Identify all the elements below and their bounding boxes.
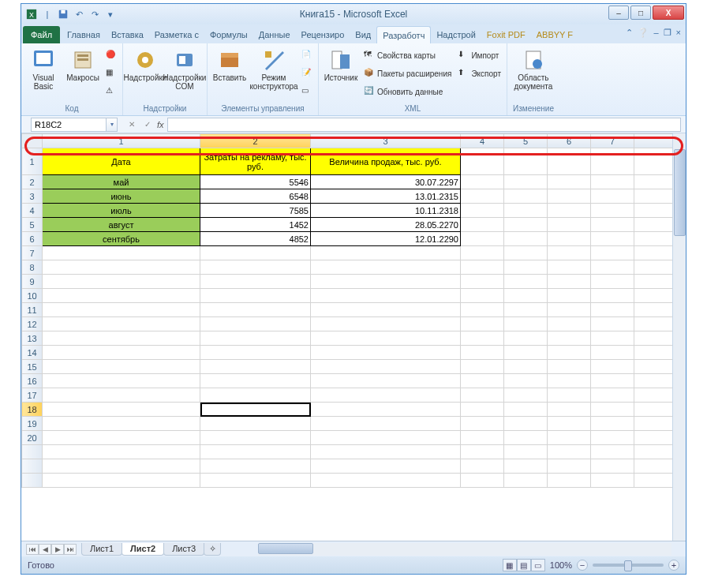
name-box-dropdown[interactable]: ▾ — [107, 118, 118, 132]
import-button[interactable]: ⬇Импорт — [455, 47, 503, 64]
row-header[interactable]: 13 — [22, 331, 43, 346]
cell[interactable]: 30.07.2297 — [311, 175, 461, 189]
minimize-button[interactable]: – — [608, 6, 629, 20]
tab-layout[interactable]: Разметка с — [149, 26, 204, 43]
cell[interactable]: сентябрь — [43, 232, 200, 246]
tab-view[interactable]: Вид — [350, 26, 376, 43]
sheet-prev-icon[interactable]: ◀ — [39, 544, 51, 555]
col-header-4[interactable]: 4 — [461, 134, 504, 148]
child-restore-icon[interactable]: ❐ — [664, 28, 671, 38]
xml-source-button[interactable]: Источник — [322, 45, 360, 82]
undo-icon[interactable]: ↶ — [72, 7, 86, 21]
row-header[interactable]: 5 — [22, 218, 43, 232]
row-header[interactable]: 3 — [22, 189, 43, 204]
sheet-tab-1[interactable]: Лист1 — [81, 543, 122, 556]
zoom-level[interactable]: 100% — [550, 560, 572, 570]
new-sheet-button[interactable]: ✧ — [204, 543, 221, 556]
active-cell[interactable] — [200, 403, 311, 417]
sheet-first-icon[interactable]: ⏮ — [26, 544, 39, 555]
sheet-next-icon[interactable]: ▶ — [51, 544, 64, 555]
redo-icon[interactable]: ↷ — [88, 7, 102, 21]
horizontal-scrollbar[interactable] — [258, 543, 671, 556]
cell[interactable]: 12.01.2290 — [311, 232, 461, 246]
cell[interactable]: 7585 — [200, 204, 311, 218]
tab-data[interactable]: Данные — [253, 26, 296, 43]
row-header[interactable]: 11 — [22, 303, 43, 317]
refresh-data-button[interactable]: 🔄Обновить данные — [361, 83, 454, 100]
cell[interactable]: июнь — [43, 189, 200, 204]
row-header[interactable]: 12 — [22, 317, 43, 331]
tab-developer[interactable]: Разработч — [376, 26, 431, 43]
cell[interactable]: июль — [43, 204, 200, 218]
cell[interactable]: 5546 — [200, 175, 311, 189]
fx-label[interactable]: fx — [157, 120, 164, 129]
record-macro-button[interactable]: 🔴 — [103, 47, 119, 64]
document-panel-button[interactable]: Область документа — [511, 45, 556, 91]
tab-addins[interactable]: Надстрой — [431, 26, 481, 43]
relative-refs-button[interactable]: ▦ — [103, 65, 119, 82]
export-button[interactable]: ⬆Экспорт — [455, 65, 503, 82]
cell[interactable]: 13.01.2315 — [311, 189, 461, 204]
vertical-scrollbar[interactable] — [672, 133, 686, 541]
row-header[interactable]: 2 — [22, 175, 43, 189]
sheet-tab-3[interactable]: Лист3 — [163, 543, 204, 556]
properties-button[interactable]: 📄 — [299, 47, 315, 64]
row-header[interactable]: 18 — [22, 403, 43, 417]
row-header[interactable] — [22, 459, 43, 474]
insert-control-button[interactable]: Вставить — [211, 45, 249, 82]
cell[interactable]: 4852 — [200, 232, 311, 246]
macro-security-button[interactable]: ⚠ — [103, 83, 119, 100]
cell[interactable]: 10.11.2318 — [311, 204, 461, 218]
save-icon[interactable] — [56, 7, 70, 21]
sheet-last-icon[interactable]: ⏭ — [64, 544, 77, 555]
zoom-slider[interactable] — [593, 564, 664, 567]
tab-formulas[interactable]: Формулы — [204, 26, 253, 43]
tab-abbyy[interactable]: ABBYY F — [531, 26, 578, 43]
row-header[interactable]: 4 — [22, 204, 43, 218]
help-icon[interactable]: ❔ — [638, 28, 649, 38]
addins-button[interactable]: Надстройки — [126, 45, 164, 82]
file-tab[interactable]: Файл — [23, 26, 60, 43]
col-header-2[interactable]: 2 — [200, 134, 311, 148]
child-min-icon[interactable]: – — [653, 28, 658, 38]
cell-header-sales[interactable]: Величина продаж, тыс. руб. — [311, 148, 461, 175]
formula-input[interactable] — [167, 118, 681, 132]
row-header[interactable] — [22, 474, 43, 488]
select-all-corner[interactable] — [22, 134, 43, 148]
view-code-button[interactable]: 📝 — [299, 65, 315, 82]
vscroll-thumb[interactable] — [674, 149, 686, 236]
cell[interactable]: май — [43, 175, 200, 189]
ribbon-minimize-icon[interactable]: ⌃ — [626, 28, 633, 38]
hscroll-thumb[interactable] — [258, 543, 313, 554]
row-header[interactable]: 16 — [22, 374, 43, 388]
design-mode-button[interactable]: Режим конструктора — [250, 45, 297, 91]
col-header-5[interactable]: 5 — [504, 134, 548, 148]
zoom-out-button[interactable]: − — [577, 560, 588, 571]
row-header[interactable]: 9 — [22, 275, 43, 289]
run-dialog-button[interactable]: ▭ — [299, 83, 315, 100]
row-header[interactable]: 6 — [22, 232, 43, 246]
com-addins-button[interactable]: Надстройки COM — [166, 45, 204, 91]
tab-review[interactable]: Рецензиро — [296, 26, 350, 43]
cell-header-date[interactable]: Дата — [43, 148, 200, 175]
child-close-icon[interactable]: × — [676, 28, 681, 38]
cell[interactable]: 1452 — [200, 218, 311, 232]
worksheet-grid[interactable]: 1 2 3 4 5 6 7 1 Дата Затраты на рекламу,… — [21, 133, 686, 541]
row-header[interactable]: 7 — [22, 246, 43, 260]
row-header[interactable]: 8 — [22, 260, 43, 275]
row-header[interactable]: 15 — [22, 360, 43, 374]
cancel-fx-icon[interactable]: ✕ — [125, 118, 138, 131]
cell-header-cost[interactable]: Затраты на рекламу, тыс. руб. — [200, 148, 311, 175]
view-break-icon[interactable]: ▭ — [531, 559, 545, 571]
row-header[interactable]: 20 — [22, 431, 43, 445]
col-header-7[interactable]: 7 — [591, 134, 634, 148]
name-box[interactable]: R18C2 — [31, 118, 107, 132]
row-header[interactable]: 10 — [22, 289, 43, 303]
view-normal-icon[interactable]: ▦ — [503, 559, 517, 571]
cell[interactable]: 28.05.2270 — [311, 218, 461, 232]
sheet-tab-2[interactable]: Лист2 — [122, 543, 164, 556]
map-properties-button[interactable]: 🗺Свойства карты — [361, 47, 454, 64]
tab-foxit[interactable]: Foxit PDF — [481, 26, 531, 43]
col-header-6[interactable]: 6 — [548, 134, 591, 148]
cell[interactable]: 6548 — [200, 189, 311, 204]
